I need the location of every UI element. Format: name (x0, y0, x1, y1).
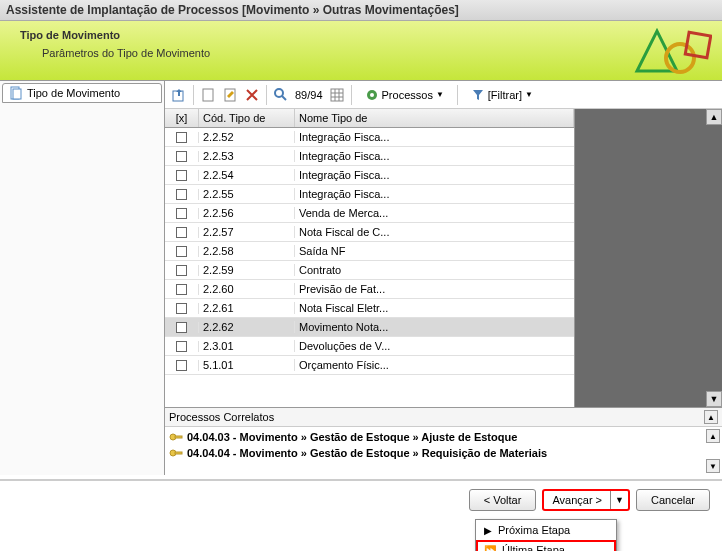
correlatos-title: Processos Correlatos (169, 411, 274, 423)
fast-forward-icon: ⏩ (484, 545, 496, 552)
col-header-nome[interactable]: Nome Tipo de (295, 109, 574, 127)
row-cod: 2.3.01 (199, 340, 295, 352)
correlato-item[interactable]: 04.04.04 - Movimento » Gestão de Estoque… (169, 445, 718, 461)
svg-rect-19 (175, 452, 182, 454)
grid-header: [x] Cód. Tipo de Nome Tipo de (165, 109, 574, 128)
col-header-check[interactable]: [x] (165, 109, 199, 127)
footer-buttons: < Voltar Avançar > ▼ Cancelar ▶ Próxima … (0, 481, 722, 519)
row-cod: 5.1.01 (199, 359, 295, 371)
row-nome: Integração Fisca... (295, 188, 574, 200)
row-checkbox[interactable] (176, 246, 187, 257)
delete-icon[interactable] (244, 87, 260, 103)
correlato-item[interactable]: 04.04.03 - Movimento » Gestão de Estoque… (169, 429, 718, 445)
table-row[interactable]: 2.2.62Movimento Nota... (165, 318, 574, 337)
row-cod: 2.2.59 (199, 264, 295, 276)
dropdown-item-ultima[interactable]: ⏩ Última Etapa (476, 540, 616, 551)
table-row[interactable]: 2.2.59Contrato (165, 261, 574, 280)
svg-point-8 (275, 89, 283, 97)
row-checkbox[interactable] (176, 189, 187, 200)
row-checkbox-cell (165, 246, 199, 257)
table-row[interactable]: 2.3.01Devoluções de V... (165, 337, 574, 356)
table-row[interactable]: 5.1.01Orçamento Físic... (165, 356, 574, 375)
table-row[interactable]: 2.2.52Integração Fisca... (165, 128, 574, 147)
scroll-up-button[interactable]: ▲ (706, 429, 720, 443)
filter-label: [Filtrar] (488, 89, 522, 101)
row-checkbox-cell (165, 303, 199, 314)
cancel-button[interactable]: Cancelar (636, 489, 710, 511)
row-checkbox[interactable] (176, 303, 187, 314)
export-icon[interactable] (171, 87, 187, 103)
scroll-down-button[interactable]: ▼ (706, 459, 720, 473)
row-checkbox-cell (165, 151, 199, 162)
separator (457, 85, 458, 105)
window-title: Assistente de Implantação de Processos [… (0, 0, 722, 21)
row-checkbox-cell (165, 322, 199, 333)
row-checkbox[interactable] (176, 170, 187, 181)
table-row[interactable]: 2.2.54Integração Fisca... (165, 166, 574, 185)
row-checkbox[interactable] (176, 265, 187, 276)
processos-button[interactable]: Processos ▼ (358, 85, 451, 105)
table-row[interactable]: 2.2.60Previsão de Fat... (165, 280, 574, 299)
dropdown-item-proxima[interactable]: ▶ Próxima Etapa (476, 520, 616, 540)
sidebar: Tipo de Movimento (0, 81, 165, 475)
next-dropdown-toggle[interactable]: ▼ (611, 491, 628, 509)
row-cod: 2.2.52 (199, 131, 295, 143)
processos-label: Processos (382, 89, 433, 101)
row-nome: Previsão de Fat... (295, 283, 574, 295)
dropdown-arrow-icon: ▼ (436, 90, 444, 99)
filter-icon (471, 88, 485, 102)
row-checkbox[interactable] (176, 132, 187, 143)
table-row[interactable]: 2.2.57Nota Fiscal de C... (165, 223, 574, 242)
sidebar-tab-label: Tipo de Movimento (27, 87, 120, 99)
row-checkbox[interactable] (176, 227, 187, 238)
row-cod: 2.2.62 (199, 321, 295, 333)
separator (351, 85, 352, 105)
row-nome: Devoluções de V... (295, 340, 574, 352)
row-checkbox-cell (165, 189, 199, 200)
arrow-icon: ▶ (484, 525, 492, 536)
col-header-cod[interactable]: Cód. Tipo de (199, 109, 295, 127)
next-button[interactable]: Avançar > (544, 491, 611, 509)
record-counter: 89/94 (295, 89, 323, 101)
content-area: 89/94 Processos ▼ [Filtrar] ▼ [x] Cód. T… (165, 81, 722, 475)
new-icon[interactable] (200, 87, 216, 103)
wizard-header: Tipo de Movimento Parâmetros do Tipo de … (0, 21, 722, 81)
row-cod: 2.2.61 (199, 302, 295, 314)
grid-settings-icon[interactable] (329, 87, 345, 103)
svg-rect-17 (175, 436, 182, 438)
correlato-label: 04.04.04 - Movimento » Gestão de Estoque… (187, 447, 547, 459)
sidebar-tab-tipo-movimento[interactable]: Tipo de Movimento (2, 83, 162, 103)
row-nome: Integração Fisca... (295, 169, 574, 181)
row-checkbox-cell (165, 265, 199, 276)
header-decoration-icon (632, 26, 712, 76)
row-cod: 2.2.58 (199, 245, 295, 257)
row-checkbox[interactable] (176, 360, 187, 371)
table-row[interactable]: 2.2.53Integração Fisca... (165, 147, 574, 166)
filter-button[interactable]: [Filtrar] ▼ (464, 85, 540, 105)
find-icon[interactable] (273, 87, 289, 103)
table-row[interactable]: 2.2.55Integração Fisca... (165, 185, 574, 204)
table-row[interactable]: 2.2.58Saída NF (165, 242, 574, 261)
row-nome: Venda de Merca... (295, 207, 574, 219)
row-nome: Orçamento Físic... (295, 359, 574, 371)
dropdown-label: Última Etapa (502, 544, 565, 551)
scroll-up-button[interactable]: ▲ (706, 109, 722, 125)
table-row[interactable]: 2.2.61Nota Fiscal Eletr... (165, 299, 574, 318)
row-nome: Contrato (295, 264, 574, 276)
row-checkbox[interactable] (176, 208, 187, 219)
row-checkbox[interactable] (176, 284, 187, 295)
correlatos-header: Processos Correlatos ▲ (165, 408, 722, 427)
data-grid[interactable]: [x] Cód. Tipo de Nome Tipo de 2.2.52Inte… (165, 109, 575, 407)
row-checkbox[interactable] (176, 341, 187, 352)
row-checkbox[interactable] (176, 322, 187, 333)
back-button[interactable]: < Voltar (469, 489, 537, 511)
row-checkbox-cell (165, 208, 199, 219)
next-button-split: Avançar > ▼ (542, 489, 630, 511)
scroll-down-button[interactable]: ▼ (706, 391, 722, 407)
row-checkbox[interactable] (176, 151, 187, 162)
table-row[interactable]: 2.2.56Venda de Merca... (165, 204, 574, 223)
correlato-label: 04.04.03 - Movimento » Gestão de Estoque… (187, 431, 517, 443)
edit-icon[interactable] (222, 87, 238, 103)
collapse-button[interactable]: ▲ (704, 410, 718, 424)
row-cod: 2.2.53 (199, 150, 295, 162)
